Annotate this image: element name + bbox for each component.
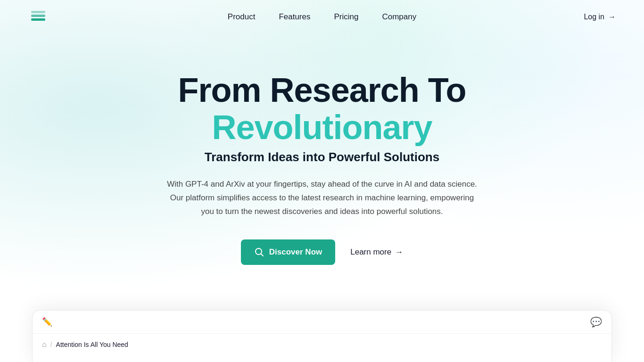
pencil-icon: ✏️ (42, 317, 52, 327)
login-arrow: → (608, 13, 616, 21)
logo-icon (28, 7, 48, 27)
learn-more-arrow: → (395, 247, 403, 257)
hero-title-line2: Revolutionary (212, 109, 432, 146)
discover-now-button[interactable]: Discover Now (241, 239, 335, 265)
nav-item-product[interactable]: Product (228, 12, 256, 22)
nav-item-company[interactable]: Company (382, 12, 416, 22)
breadcrumb-current-page: Attention Is All You Need (56, 341, 128, 348)
breadcrumb: ⌂ / Attention Is All You Need (33, 334, 611, 355)
navbar: Product Features Pricing Company Log in … (0, 0, 644, 34)
login-button[interactable]: Log in → (584, 13, 616, 21)
hero-title-line1: From Research To (178, 72, 466, 109)
cta-row: Discover Now Learn more → (241, 239, 403, 265)
logo[interactable] (28, 7, 48, 27)
breadcrumb-home-icon: ⌂ (42, 340, 47, 349)
learn-more-button[interactable]: Learn more → (350, 247, 403, 257)
svg-rect-2 (31, 11, 45, 13)
nav-item-pricing[interactable]: Pricing (334, 12, 358, 22)
login-label: Log in (584, 13, 604, 21)
svg-rect-1 (31, 15, 45, 17)
nav-item-features[interactable]: Features (279, 12, 310, 22)
hero-section: From Research To Revolutionary Transform… (0, 34, 644, 265)
breadcrumb-separator: / (50, 341, 52, 348)
learn-more-label: Learn more (350, 247, 391, 257)
app-preview-card: ✏️ 💬 ⌂ / Attention Is All You Need (32, 310, 612, 362)
hero-description: With GPT-4 and ArXiv at your fingertips,… (164, 178, 480, 219)
svg-rect-0 (31, 18, 45, 21)
chat-icon: 💬 (590, 316, 602, 328)
app-toolbar: ✏️ 💬 (33, 311, 611, 334)
discover-now-label: Discover Now (269, 247, 322, 257)
nav-links: Product Features Pricing Company (228, 12, 416, 22)
hero-subtitle: Transform Ideas into Powerful Solutions (205, 150, 439, 165)
search-icon (254, 247, 264, 257)
